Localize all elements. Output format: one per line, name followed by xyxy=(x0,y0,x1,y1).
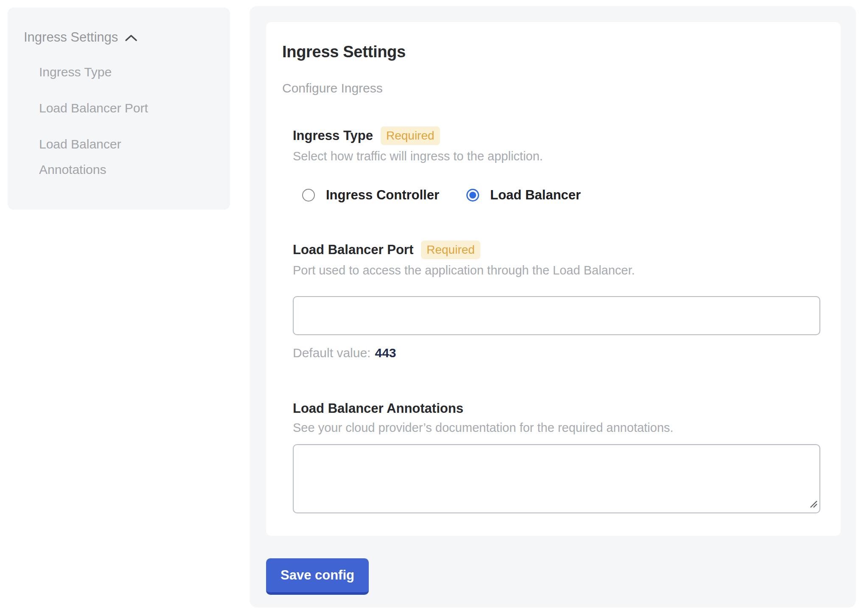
settings-outline-sidebar: Ingress Settings Ingress Type Load Balan… xyxy=(8,8,230,210)
field-label-load-balancer-port: Load Balancer Port xyxy=(293,242,413,258)
field-description: Select how traffic will ingress to the a… xyxy=(293,149,825,163)
sidebar-item-ingress-type[interactable]: Ingress Type xyxy=(39,59,217,85)
default-value-line: Default value:443 xyxy=(293,345,825,361)
save-config-button[interactable]: Save config xyxy=(266,558,369,595)
form-sections: Ingress Type Required Select how traffic… xyxy=(293,126,825,513)
ingress-type-radio-group: Ingress Controller Load Balancer xyxy=(293,187,825,203)
field-label-ingress-type: Ingress Type xyxy=(293,128,373,144)
section-ingress-type: Ingress Type Required Select how traffic… xyxy=(293,126,825,203)
ingress-settings-card: Ingress Settings Configure Ingress Ingre… xyxy=(266,22,841,536)
sidebar-section-title: Ingress Settings xyxy=(24,30,118,45)
radio-selected-icon[interactable] xyxy=(466,189,479,202)
field-label-load-balancer-annotations: Load Balancer Annotations xyxy=(293,400,463,417)
default-value: 443 xyxy=(375,346,396,360)
load-balancer-annotations-textarea[interactable] xyxy=(293,444,820,513)
section-load-balancer-annotations: Load Balancer Annotations See your cloud… xyxy=(293,400,825,513)
required-badge: Required xyxy=(421,241,480,259)
page-subtitle: Configure Ingress xyxy=(282,81,825,96)
section-heading: Load Balancer Annotations xyxy=(293,400,825,417)
radio-option-ingress-controller[interactable]: Ingress Controller xyxy=(302,187,439,203)
section-heading: Load Balancer Port Required xyxy=(293,241,825,259)
field-description: See your cloud provider’s documentation … xyxy=(293,420,825,435)
chevron-up-icon[interactable] xyxy=(125,33,137,42)
section-load-balancer-port: Load Balancer Port Required Port used to… xyxy=(293,241,825,361)
required-badge: Required xyxy=(381,126,440,145)
settings-panel: Ingress Settings Configure Ingress Ingre… xyxy=(250,6,856,608)
sidebar-item-load-balancer-port[interactable]: Load Balancer Port xyxy=(39,95,217,121)
sidebar-nav: Ingress Type Load Balancer Port Load Bal… xyxy=(24,59,217,182)
field-description: Port used to access the application thro… xyxy=(293,263,825,277)
resize-handle-icon[interactable] xyxy=(809,499,818,510)
sidebar-section-toggle[interactable]: Ingress Settings xyxy=(24,30,217,45)
section-heading: Ingress Type Required xyxy=(293,126,825,145)
radio-dot xyxy=(469,192,476,199)
radio-unselected-icon[interactable] xyxy=(302,189,315,202)
radio-label-ingress-controller[interactable]: Ingress Controller xyxy=(326,187,439,203)
default-value-label: Default value: xyxy=(293,346,370,360)
sidebar-item-load-balancer-annotations[interactable]: Load Balancer Annotations xyxy=(39,132,171,182)
load-balancer-port-input[interactable] xyxy=(293,296,820,335)
page-title: Ingress Settings xyxy=(282,42,825,61)
radio-label-load-balancer[interactable]: Load Balancer xyxy=(490,187,581,203)
radio-option-load-balancer[interactable]: Load Balancer xyxy=(466,187,581,203)
annotations-textarea-wrap xyxy=(293,444,820,513)
